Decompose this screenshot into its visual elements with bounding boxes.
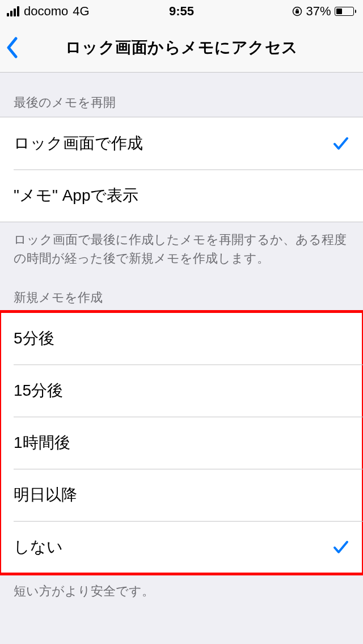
option-15min[interactable]: 15分後: [0, 365, 363, 417]
section-footer-timeout: 短い方がより安全です。: [0, 574, 363, 600]
list-group-timeout: 5分後 15分後 1時間後 明日以降 しない: [0, 312, 363, 574]
option-create-on-lock[interactable]: ロック画面で作成: [0, 117, 363, 170]
option-tomorrow[interactable]: 明日以降: [0, 469, 363, 521]
option-label: "メモ" Appで表示: [14, 185, 138, 206]
nav-bar: ロック画面からメモにアクセス: [0, 23, 363, 73]
option-label: 5分後: [14, 328, 54, 349]
page-title: ロック画面からメモにアクセス: [65, 37, 298, 58]
option-label: しない: [14, 536, 63, 558]
clock: 9:55: [169, 4, 194, 19]
list-group-resume: ロック画面で作成 "メモ" Appで表示: [0, 117, 363, 222]
battery-icon: [335, 7, 357, 16]
section-header-resume: 最後のメモを再開: [0, 73, 363, 117]
rotation-lock-icon: [292, 6, 302, 16]
network-label: 4G: [73, 4, 89, 19]
option-label: 明日以降: [14, 484, 77, 506]
chevron-left-icon: [6, 37, 18, 58]
option-show-in-app[interactable]: "メモ" Appで表示: [0, 170, 363, 222]
section-footer-resume: ロック画面で最後に作成したメモを再開するか、ある程度の時間が経った後で新規メモを…: [0, 222, 363, 268]
option-5min[interactable]: 5分後: [0, 312, 363, 365]
status-left: docomo 4G: [7, 4, 90, 19]
battery-percent: 37%: [306, 4, 331, 19]
option-label: 15分後: [14, 380, 63, 401]
status-right: 37%: [292, 4, 356, 19]
section-header-newnote: 新規メモを作成: [0, 268, 363, 312]
signal-icon: [7, 6, 19, 16]
status-bar: docomo 4G 9:55 37%: [0, 0, 363, 23]
svg-rect-1: [296, 11, 299, 13]
checkmark-icon: [332, 135, 349, 152]
carrier-label: docomo: [24, 4, 68, 19]
option-label: 1時間後: [14, 432, 70, 454]
option-never[interactable]: しない: [0, 521, 363, 573]
option-label: ロック画面で作成: [14, 133, 143, 154]
checkmark-icon: [332, 539, 349, 556]
back-button[interactable]: [6, 37, 18, 58]
option-1hour[interactable]: 1時間後: [0, 417, 363, 469]
